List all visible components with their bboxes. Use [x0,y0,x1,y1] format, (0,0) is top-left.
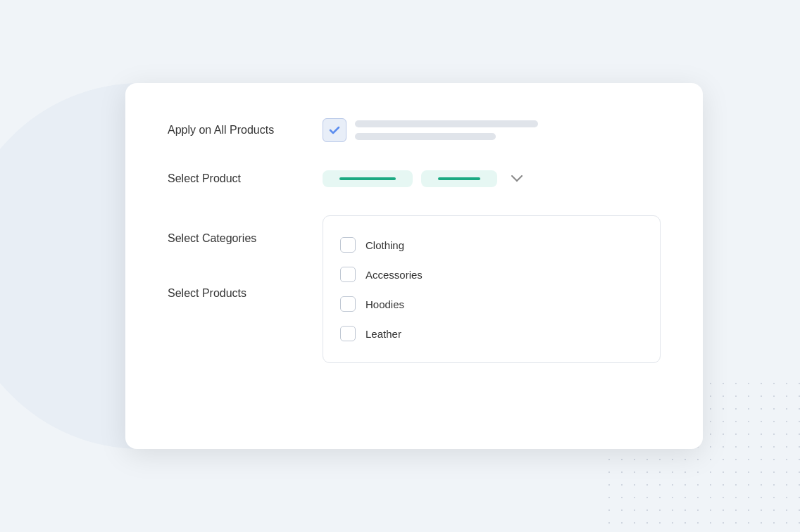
apply-all-checkbox[interactable] [323,118,346,142]
category-label-accessories: Accessories [365,269,423,281]
categories-box: Clothing Accessories Hoodies Leather [323,215,661,363]
category-accessories: Accessories [340,260,643,289]
skeleton-lines [355,120,661,140]
select-categories-label: Select Categories [168,215,323,245]
category-checkbox-accessories[interactable] [340,267,356,282]
product-pill-1[interactable] [323,170,413,187]
skeleton-line-long [355,120,538,127]
labels-column: Select Categories Select Products [168,215,323,300]
category-label-leather: Leather [365,328,401,340]
apply-all-label: Apply on All Products [168,124,323,137]
category-checkbox-hoodies[interactable] [340,296,356,312]
category-clothing: Clothing [340,230,643,260]
main-card: Apply on All Products Select Product [125,83,703,449]
category-label-clothing: Clothing [365,239,404,251]
apply-all-content [323,118,661,142]
apply-all-row: Apply on All Products [168,118,661,142]
dropdown-arrow[interactable] [506,167,528,190]
product-pill-2[interactable] [421,170,497,187]
category-label-hoodies: Hoodies [365,298,404,310]
pill-line-1 [339,177,396,180]
select-product-row: Select Product [168,167,661,190]
select-products-label: Select Products [168,287,323,300]
category-checkbox-clothing[interactable] [340,237,356,253]
skeleton-line-medium [355,133,496,140]
select-product-content [323,167,661,190]
categories-products-wrapper: Select Categories Select Products Clothi… [168,215,661,363]
category-checkbox-leather[interactable] [340,326,356,341]
select-product-label: Select Product [168,172,323,185]
category-leather: Leather [340,319,643,348]
category-hoodies: Hoodies [340,289,643,319]
pill-line-2 [438,177,480,180]
